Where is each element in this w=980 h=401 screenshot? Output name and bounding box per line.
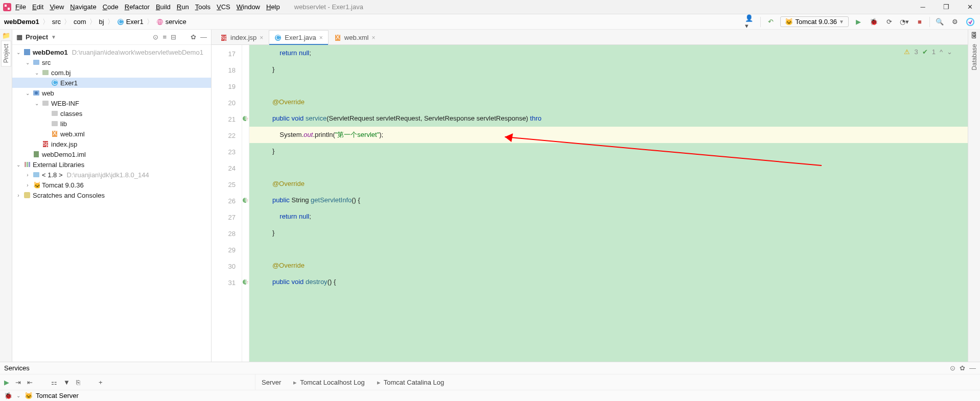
back-nav-icon[interactable]: ↶ [765, 16, 776, 28]
tree-classes[interactable]: classes [12, 108, 211, 119]
menu-navigate[interactable]: Navigate [70, 3, 96, 11]
editor-inspection-widget[interactable]: ⚠3 ✔1 ^ ⌄ [904, 48, 952, 56]
svg-rect-8 [24, 49, 30, 55]
menu-tools[interactable]: Tools [195, 3, 211, 11]
breadcrumb-webdemo1[interactable]: webDemo1 [4, 18, 39, 26]
tree-web[interactable]: ⌄web [12, 88, 211, 98]
tab-close-icon[interactable]: × [260, 34, 263, 41]
tree-scratches-and-consoles[interactable]: ›Scratches and Consoles [12, 190, 211, 200]
menu-view[interactable]: View [50, 3, 64, 11]
tree-tomcat-9-0-36[interactable]: ›🐱Tomcat 9.0.36 [12, 180, 211, 190]
tree-webdemo1[interactable]: ⌄webDemo1D:\ruanjian\idea\work\webservle… [12, 47, 211, 57]
menu-build[interactable]: Build [156, 3, 171, 11]
breadcrumb-bj[interactable]: bj [99, 18, 104, 26]
filter-tree-icon[interactable]: ⇥ [15, 379, 21, 386]
menu-edit[interactable]: Edit [32, 3, 43, 11]
stop-svc-icon[interactable]: ⇤ [27, 379, 33, 386]
server-tab-tomcat-localhost-log[interactable]: ▸Tomcat Localhost Log [293, 379, 364, 386]
menu-vcs[interactable]: VCS [217, 3, 230, 11]
tree-external-libraries[interactable]: ⌄External Libraries [12, 159, 211, 170]
tree-web-xml[interactable]: Xweb.xml [12, 129, 211, 139]
project-tree[interactable]: ⌄webDemo1D:\ruanjian\idea\work\webservle… [12, 45, 211, 202]
tree-src[interactable]: ⌄src [12, 57, 211, 67]
settings-icon[interactable]: ✿ [191, 33, 196, 41]
prev-problem-icon[interactable]: ^ [940, 48, 943, 56]
bottom-panel: Services ⊙ ✿ — ▶ ⇥ ⇤ ⚏ ▼ ⎘ + Server▸Tomc… [0, 362, 980, 401]
tab-close-icon[interactable]: × [371, 34, 375, 41]
ai-pilot-icon[interactable] [965, 16, 976, 28]
tab-close-icon[interactable]: × [319, 34, 323, 41]
breadcrumb-com[interactable]: com [74, 18, 86, 26]
tab-index-jsp[interactable]: jspindex.jsp× [215, 30, 269, 44]
add-service-icon[interactable]: + [99, 379, 103, 386]
svg-text:jsp: jsp [220, 34, 227, 41]
svg-point-7 [967, 18, 974, 26]
filter-icon[interactable]: ▼ [63, 379, 70, 386]
tab-web-xml[interactable]: Xweb.xml× [329, 30, 381, 44]
menu-run[interactable]: Run [177, 3, 189, 11]
settings-icon[interactable]: ⚙ [949, 16, 961, 28]
services-tree-row[interactable]: 🐞 ⌄ 🐱 Tomcat Server [0, 390, 980, 401]
stop-button[interactable]: ■ [914, 16, 925, 28]
right-tool-rail: 🗄 Database [968, 30, 980, 362]
scroll-from-source-icon[interactable]: ⊙ [153, 33, 158, 41]
database-rail-tab[interactable]: Database [969, 40, 979, 74]
close-button[interactable]: ✕ [963, 3, 977, 11]
menu-window[interactable]: Window [237, 3, 260, 11]
minimize-button[interactable]: ─ [916, 3, 930, 11]
server-tab-server[interactable]: Server [262, 379, 281, 386]
tree-web-inf[interactable]: ⌄WEB-INF [12, 98, 211, 108]
code-editor[interactable]: 171819202122232425262728293031 I↑I↑I↑ ⚠3… [212, 45, 968, 362]
services-hide-icon[interactable]: — [969, 364, 976, 372]
breadcrumb-src[interactable]: src [52, 18, 61, 26]
svg-rect-26 [33, 172, 39, 177]
window-title: webservlet - Exer1.java [294, 3, 363, 11]
tree-view-icon[interactable]: ⚏ [51, 379, 57, 386]
server-tab-tomcat-catalina-log[interactable]: ▸Tomcat Catalina Log [377, 379, 445, 386]
tree-index-jsp[interactable]: jspindex.jsp [12, 139, 211, 149]
breadcrumb-service[interactable]: mservice [156, 18, 186, 26]
menu-file[interactable]: File [15, 3, 26, 11]
user-icon[interactable]: 👤▾ [745, 16, 756, 28]
svg-text:X: X [335, 34, 340, 41]
group-icon[interactable]: ⎘ [76, 379, 80, 386]
hide-sidebar-icon[interactable]: — [200, 33, 207, 41]
next-problem-icon[interactable]: ⌄ [947, 48, 952, 56]
profile-button[interactable]: ◔▾ [899, 16, 910, 28]
project-view-dropdown[interactable]: ▼ [51, 34, 56, 40]
tree-lib[interactable]: lib [12, 119, 211, 129]
code-pane[interactable]: ⚠3 ✔1 ^ ⌄ return null; } @Override publi… [249, 45, 968, 362]
expand-arrow[interactable]: ⌄ [15, 393, 21, 398]
project-rail-tab[interactable]: Project [1, 40, 11, 66]
collapse-icon[interactable]: ⊟ [171, 33, 176, 41]
tree---1-8--[interactable]: ›< 1.8 >D:\ruanjian\jdk\jdk1.8.0_144 [12, 170, 211, 180]
svg-text:C: C [52, 79, 57, 86]
menu-help[interactable]: Help [266, 3, 280, 11]
tree-webdemo1-iml[interactable]: webDemo1.iml [12, 149, 211, 159]
project-rail-icon[interactable]: 📁 [2, 32, 10, 39]
tree-com-bj[interactable]: ⌄com.bj [12, 67, 211, 78]
maximize-button[interactable]: ❐ [939, 3, 953, 11]
run-button[interactable]: ▶ [853, 16, 864, 28]
menu-refactor[interactable]: Refactor [125, 3, 150, 11]
menu-code[interactable]: Code [103, 3, 119, 11]
run-icon[interactable]: ▶ [4, 379, 9, 386]
debug-button[interactable]: 🐞 [868, 16, 879, 28]
search-icon[interactable]: 🔍 [934, 16, 945, 28]
debug-mini-icon[interactable]: 🐞 [4, 392, 12, 399]
tab-exer1-java[interactable]: CExer1.java× [269, 30, 328, 44]
expand-icon[interactable]: ≡ [162, 33, 167, 41]
svg-text:C: C [118, 18, 123, 26]
run-config-label: Tomcat 9.0.36 [795, 18, 837, 26]
breadcrumb-exer1[interactable]: CExer1 [117, 18, 144, 26]
database-rail-icon[interactable]: 🗄 [971, 32, 977, 39]
editor-tabs: jspindex.jsp×CExer1.java×Xweb.xml× [212, 30, 968, 45]
svg-rect-16 [52, 111, 58, 116]
services-settings-icon[interactable]: ✿ [960, 364, 965, 372]
coverage-button[interactable]: ⟳ [883, 16, 895, 28]
tree-exer1[interactable]: CExer1 [12, 78, 211, 88]
services-expand-icon[interactable]: ⊙ [950, 364, 955, 372]
window-controls: ─ ❐ ✕ [916, 3, 977, 11]
warning-icon: ⚠ [904, 48, 910, 56]
run-config-selector[interactable]: 🐱 Tomcat 9.0.36 ▼ [780, 16, 849, 27]
